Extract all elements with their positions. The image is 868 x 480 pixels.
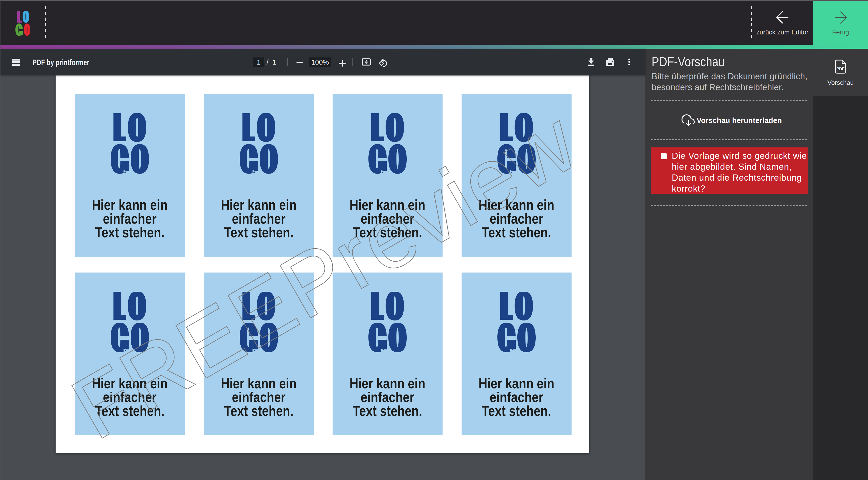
svg-text:FREEPreview: FREEPreview bbox=[56, 91, 590, 451]
svg-text:PDF: PDF bbox=[836, 67, 844, 71]
